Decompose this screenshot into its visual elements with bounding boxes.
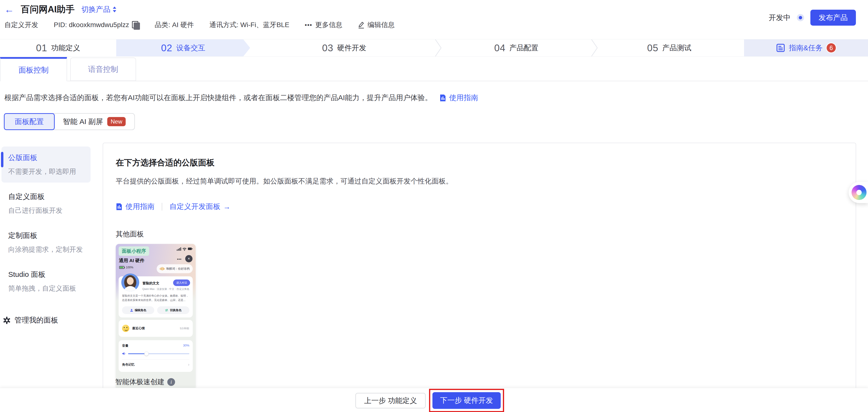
- phone-close-icon: [185, 255, 192, 262]
- doc-icon: [116, 203, 123, 211]
- ai-assistant-float-button[interactable]: [849, 182, 868, 203]
- step-number: 05: [647, 42, 658, 54]
- step-01-function-define[interactable]: 01 功能定义: [0, 39, 116, 56]
- battery-percent: 100%: [126, 266, 133, 269]
- card-description: 平台提供的公版面板，经过简单调试即可使用。如公版面板不满足需求，可通过自定义面板…: [116, 176, 843, 186]
- guide-doc-icon: [776, 43, 785, 52]
- step-04-product-config[interactable]: 04 产品配置: [438, 39, 594, 56]
- phone-product-title: 通用 AI 硬件: [119, 258, 145, 264]
- more-dots-icon: [305, 22, 312, 28]
- custom-develop-panel-link[interactable]: 自定义开发面板 →: [169, 202, 230, 212]
- copy-icon[interactable]: [132, 21, 139, 29]
- panel-config-option[interactable]: 面板配置: [4, 113, 55, 130]
- page-header: 百问网AI助手 切换产品 自定义开发 PID: dkooxkmwdwu5plzz…: [0, 0, 868, 39]
- step-label: 产品配置: [509, 43, 538, 53]
- volume-value: 30%: [183, 344, 189, 348]
- edit-role-label: 编辑角色: [135, 308, 147, 312]
- next-step-button[interactable]: 下一步 硬件开发: [432, 392, 501, 409]
- back-arrow-icon[interactable]: [4, 5, 14, 14]
- step-number: 02: [161, 42, 173, 54]
- sidebar-item-studio-panel[interactable]: Studio 面板 简单拖拽，自定义面板: [1, 263, 91, 299]
- switch-role-label: 切换角色: [170, 308, 182, 312]
- edit-info-button[interactable]: 编辑信息: [358, 20, 395, 30]
- volume-slider: [128, 353, 189, 354]
- wake-word-text: 唤醒词：你好涂鸦: [166, 267, 190, 271]
- bottom-action-bar: 上一步 功能定义 下一步 硬件开发: [0, 388, 868, 412]
- volume-slider-knob: [144, 351, 149, 356]
- product-title: 百问网AI助手: [21, 3, 74, 15]
- mini-program-chip: 面板小程序: [119, 246, 149, 256]
- intro-guide-label: 使用指南: [449, 93, 478, 103]
- sidebar-item-tailored-panel[interactable]: 定制面板 向涂鸦提需求，定制开发: [1, 225, 91, 261]
- sidebar-item-subtitle: 不需要开发，即选即用: [8, 167, 84, 176]
- sidebar-item-public-panel[interactable]: 公版面板 不需要开发，即选即用: [1, 146, 91, 182]
- publish-product-button[interactable]: 发布产品: [810, 10, 856, 26]
- swap-arrows-icon: [165, 309, 168, 312]
- mood-label: 最近心情: [132, 326, 145, 331]
- sound-wave-icon: [160, 267, 165, 271]
- panel-preview-card[interactable]: 面板小程序 通用 AI 硬件 100% 唤醒词：你好涂鸦 冒险的文文 进入对话 …: [116, 244, 196, 390]
- sort-arrows-icon: [112, 6, 117, 12]
- step-number: 03: [322, 42, 333, 54]
- category-label: 品类: AI 硬件: [155, 20, 194, 30]
- battery-icon: [119, 266, 124, 269]
- switch-product-button[interactable]: 切换产品: [81, 5, 117, 14]
- usage-guide-link[interactable]: 使用指南: [116, 202, 154, 212]
- sidebar-item-title: Studio 面板: [8, 270, 84, 279]
- sidebar-item-title: 自定义面板: [8, 192, 84, 202]
- tab-panel-control[interactable]: 面板控制: [0, 57, 67, 81]
- dev-type-label: 自定义开发: [4, 20, 38, 30]
- pencil-icon: [358, 21, 365, 29]
- character-name: 冒险的文文: [143, 281, 159, 285]
- enter-chat-button: 进入对话: [173, 279, 190, 286]
- manage-my-panels-button[interactable]: 管理我的面板: [3, 315, 91, 325]
- panel-view-switch: 面板配置 智能 AI 副屏 New: [4, 113, 135, 130]
- intro-guide-link[interactable]: 使用指南: [439, 93, 478, 103]
- switch-product-label: 切换产品: [81, 5, 111, 14]
- guide-tasks-label: 指南&任务: [789, 43, 823, 53]
- prev-step-button[interactable]: 上一步 功能定义: [355, 393, 426, 408]
- ai-screen-option[interactable]: 智能 AI 副屏 New: [54, 114, 134, 130]
- status-dot-icon: [797, 14, 804, 21]
- manage-my-panels-label: 管理我的面板: [14, 315, 58, 325]
- pid-value: PID: dkooxkmwdwu5plzz: [54, 21, 129, 29]
- sidebar-item-title: 公版面板: [8, 153, 84, 163]
- switch-role-button: 切换角色: [157, 306, 189, 314]
- edit-role-button: 编辑角色: [122, 306, 154, 314]
- public-panel-card: 在下方选择合适的公版面板 平台提供的公版面板，经过简单调试即可使用。如公版面板不…: [103, 143, 856, 412]
- role-memory-label: 角色记忆: [122, 363, 135, 367]
- arrow-right-icon: →: [223, 203, 230, 211]
- sidebar-item-custom-panel[interactable]: 自定义面板 自己进行面板开发: [1, 185, 91, 221]
- active-indicator-bar: [1, 152, 3, 167]
- sidebar-item-subtitle: 自己进行面板开发: [8, 206, 84, 215]
- tab-voice-control[interactable]: 语音控制: [70, 58, 136, 81]
- step-05-product-test[interactable]: 05 产品测试: [594, 39, 744, 56]
- person-icon: [130, 309, 133, 312]
- usage-guide-label: 使用指南: [125, 202, 154, 212]
- phone-more-icon: [177, 257, 182, 261]
- more-info-button[interactable]: 更多信息: [305, 20, 342, 30]
- panel-type-sidebar: 公版面板 不需要开发，即选即用 自定义面板 自己进行面板开发 定制面板 向涂鸦提…: [1, 146, 91, 325]
- info-icon[interactable]: i: [167, 378, 175, 386]
- step-number: 01: [36, 42, 48, 54]
- mood-time: 5分钟前: [180, 327, 189, 330]
- assistant-swirl-icon: [851, 185, 867, 200]
- character-card: 冒险的文文 进入对话 Qwen Max · 活泼女孩 · 中文 · 自定义角色 …: [119, 276, 193, 317]
- guide-tasks-button[interactable]: 指南&任务 6: [744, 39, 868, 56]
- status-bar-icons: [177, 247, 193, 251]
- step-label: 产品测试: [662, 43, 691, 53]
- avatar-face: [127, 277, 134, 285]
- tab-divider: [67, 81, 868, 81]
- agent-create-note: 智能体极速创建 i: [115, 377, 175, 387]
- steps-bar: 01 功能定义 02 设备交互 03 硬件开发 04 产品配置 05 产品测试 …: [0, 39, 868, 57]
- chevron-right-icon: [188, 363, 189, 367]
- step-label: 硬件开发: [337, 43, 366, 53]
- character-avatar: [121, 273, 139, 291]
- more-info-label: 更多信息: [315, 20, 342, 30]
- step-03-hardware-dev[interactable]: 03 硬件开发: [250, 39, 438, 56]
- other-panels-label: 其他面板: [116, 230, 843, 239]
- step-02-device-interaction[interactable]: 02 设备交互: [116, 39, 250, 56]
- step-label: 功能定义: [51, 43, 80, 53]
- sidebar-item-subtitle: 向涂鸦提需求，定制开发: [8, 245, 84, 254]
- new-badge: New: [107, 117, 126, 126]
